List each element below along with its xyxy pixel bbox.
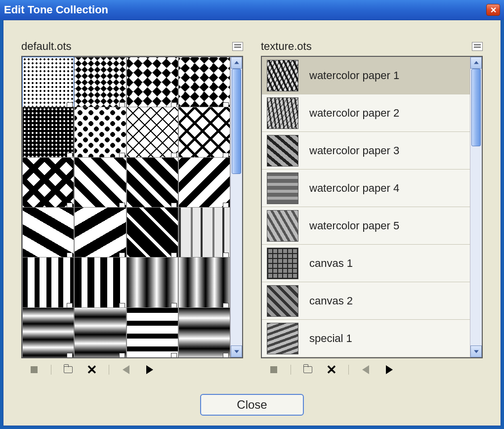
- left-pane-menu-button[interactable]: [232, 42, 243, 51]
- next-button[interactable]: [143, 363, 157, 376]
- list-item-label: watercolor paper 5: [309, 219, 399, 232]
- left-pane: default.ots: [21, 40, 243, 376]
- list-item[interactable]: watercolor paper 2: [262, 94, 470, 132]
- stop-icon: [31, 366, 38, 373]
- right-scrollbar[interactable]: [470, 57, 482, 357]
- swatch-fine-dots[interactable]: [22, 57, 74, 109]
- texture-thumbnail: [267, 60, 298, 91]
- swatch-options-icon: [119, 353, 125, 357]
- swatch-diag-black-wide[interactable]: [126, 207, 178, 259]
- scroll-track[interactable]: [231, 69, 242, 345]
- chevron-right-icon: [146, 365, 153, 374]
- texture-thumbnail: [267, 97, 298, 129]
- swatch-diamond-grid-lg[interactable]: [178, 107, 230, 159]
- list-item-label: watercolor paper 4: [309, 182, 399, 195]
- swatch-options-icon: [171, 353, 177, 357]
- folder-icon: [303, 366, 312, 373]
- swatch-fine-dots-inv[interactable]: [22, 107, 74, 159]
- swatch-big-dots[interactable]: [74, 107, 126, 159]
- right-listbox: watercolor paper 1watercolor paper 2wate…: [261, 56, 483, 358]
- right-filename-label: texture.ots: [261, 40, 472, 53]
- prev-button[interactable]: [359, 363, 373, 376]
- swatch-options-icon: [67, 353, 73, 357]
- swatch-grid: [22, 57, 230, 357]
- swatch-diag-right-inv[interactable]: [126, 157, 178, 209]
- prev-button[interactable]: [119, 363, 133, 376]
- chevron-left-icon: [123, 365, 129, 374]
- window-titlebar: Edit Tone Collection ✕: [0, 0, 504, 20]
- list-item-label: watercolor paper 3: [309, 144, 399, 157]
- list-item[interactable]: canvas 2: [262, 282, 470, 320]
- texture-thumbnail: [267, 323, 298, 354]
- swatch-checker-small[interactable]: [74, 57, 126, 109]
- swatch-options-icon: [223, 353, 229, 357]
- left-scrollbar[interactable]: [230, 57, 242, 357]
- scroll-down-button[interactable]: [470, 345, 482, 357]
- open-button[interactable]: [61, 363, 75, 376]
- swatch-diag-wide-r[interactable]: [22, 207, 74, 259]
- scroll-up-button[interactable]: [470, 57, 482, 69]
- list-item-label: canvas 2: [309, 295, 353, 307]
- stop-button[interactable]: [27, 363, 41, 376]
- swatch-diamond-grid[interactable]: [126, 107, 178, 159]
- swatch-columns-b[interactable]: [74, 257, 126, 309]
- close-button[interactable]: Close: [200, 394, 304, 416]
- scroll-track[interactable]: [470, 69, 482, 345]
- right-pane: texture.ots watercolor paper 1watercolor…: [261, 40, 483, 376]
- stop-button[interactable]: [267, 363, 281, 376]
- scroll-up-button[interactable]: [231, 57, 242, 69]
- list-item[interactable]: watercolor paper 3: [262, 132, 470, 170]
- swatch-rows-glow[interactable]: [178, 307, 230, 357]
- open-button[interactable]: [301, 363, 315, 376]
- texture-thumbnail: [267, 172, 298, 204]
- swatch-diag-left[interactable]: [178, 157, 230, 209]
- chevron-right-icon: [386, 365, 393, 374]
- swatch-rows-grad-b[interactable]: [74, 307, 126, 357]
- swatch-checker-mid-inv[interactable]: [178, 57, 230, 109]
- right-pane-menu-button[interactable]: [472, 42, 483, 51]
- swatch-columns-grad-b[interactable]: [178, 257, 230, 309]
- texture-list: watercolor paper 1watercolor paper 2wate…: [262, 57, 470, 357]
- window-close-button[interactable]: ✕: [486, 4, 500, 16]
- swatch-cross-hatch-lg[interactable]: [22, 157, 74, 209]
- left-filename-label: default.ots: [21, 40, 232, 53]
- swatch-columns-soft[interactable]: [178, 207, 230, 259]
- window-title: Edit Tone Collection: [4, 3, 486, 16]
- list-item[interactable]: watercolor paper 1: [262, 57, 470, 94]
- delete-button[interactable]: ✕: [325, 363, 338, 376]
- swatch-columns-grad-a[interactable]: [126, 257, 178, 309]
- swatch-diag-wide-l[interactable]: [74, 207, 126, 259]
- separator: [291, 365, 291, 375]
- chevron-left-icon: [362, 365, 369, 374]
- separator: [51, 365, 51, 375]
- stop-icon: [270, 366, 277, 373]
- swatch-checker-mid[interactable]: [126, 57, 178, 109]
- delete-button[interactable]: ✕: [85, 363, 99, 376]
- scroll-thumb[interactable]: [232, 69, 241, 174]
- texture-thumbnail: [267, 210, 298, 242]
- scroll-down-button[interactable]: [231, 345, 242, 357]
- texture-thumbnail: [267, 285, 298, 317]
- list-item-label: watercolor paper 2: [309, 107, 399, 120]
- dialog-client-area: default.ots: [3, 20, 501, 426]
- close-icon: ✕: [490, 5, 497, 15]
- left-toolbar: ✕: [21, 358, 243, 376]
- swatch-diag-right[interactable]: [74, 157, 126, 209]
- swatch-columns-a[interactable]: [22, 257, 74, 309]
- scroll-thumb[interactable]: [471, 69, 481, 146]
- list-item[interactable]: canvas 1: [262, 245, 470, 282]
- separator: [109, 365, 109, 375]
- list-item[interactable]: special 1: [262, 320, 470, 357]
- right-toolbar: ✕: [261, 358, 483, 376]
- texture-thumbnail: [267, 248, 298, 279]
- list-item-label: canvas 1: [309, 257, 353, 270]
- separator: [348, 365, 349, 375]
- swatch-rows-grad-a[interactable]: [22, 307, 74, 357]
- next-button[interactable]: [382, 363, 396, 376]
- list-item[interactable]: watercolor paper 4: [262, 170, 470, 207]
- swatch-rows-solid[interactable]: [126, 307, 178, 357]
- list-item-label: special 1: [309, 332, 352, 345]
- list-item[interactable]: watercolor paper 5: [262, 207, 470, 245]
- texture-thumbnail: [267, 135, 298, 167]
- left-listbox: [21, 56, 243, 358]
